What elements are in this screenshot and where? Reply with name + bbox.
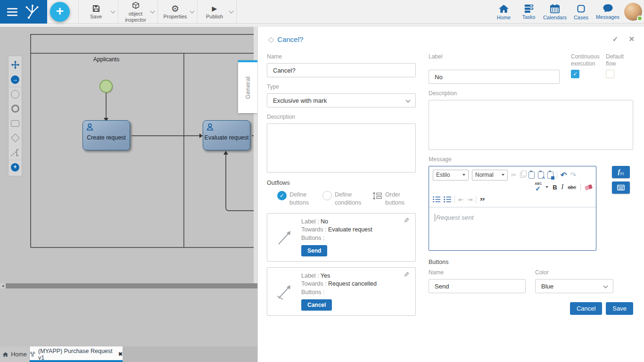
sequence-flows	[106, 93, 257, 211]
properties-dropdown-chevron-icon[interactable]	[190, 8, 194, 13]
tool-add[interactable]: +	[8, 160, 22, 174]
task-evaluate-request[interactable]: Evaluate request	[203, 120, 250, 150]
toolbar-divider	[557, 171, 557, 179]
nav-tasks-label: Tasks	[522, 14, 535, 20]
radio-checked-icon: ✓	[277, 191, 287, 200]
properties-button[interactable]: ⚙ Properties	[162, 4, 189, 20]
redo-icon[interactable]: ↷	[570, 171, 576, 180]
remove-format-eraser-icon[interactable]	[585, 184, 593, 190]
nav-cases-label: Cases	[574, 15, 588, 20]
radio-define-conditions[interactable]: Define conditions	[322, 191, 372, 207]
spellcheck-chevron-icon[interactable]	[545, 186, 548, 188]
flow-description-label: Description	[429, 90, 633, 97]
flow-label-input[interactable]	[429, 70, 560, 84]
properties-label: Properties	[163, 14, 187, 20]
hamburger-menu-icon[interactable]	[7, 8, 17, 16]
cancel-button[interactable]: Cancel	[570, 302, 602, 315]
confirm-icon[interactable]: ✓	[612, 35, 619, 43]
message-richtext-editor[interactable]: Estilo Normal ✂ A	[429, 166, 596, 251]
button-config-row: Name Color Blue	[429, 269, 633, 293]
spellcheck-icon[interactable]: ABC ✓	[535, 183, 543, 191]
formula-button[interactable]: f (x)	[612, 166, 630, 178]
outdent-icon[interactable]: ⇤	[458, 196, 464, 203]
horizontal-scrollbar[interactable]: ◂	[0, 283, 257, 288]
edit-pencil-icon[interactable]: ✎	[404, 216, 410, 225]
color-select[interactable]: Blue	[535, 279, 613, 293]
nav-tasks[interactable]: Tasks	[516, 0, 541, 23]
task-create-request[interactable]: Create request	[83, 120, 130, 150]
tool-annotation-connector[interactable]	[8, 145, 22, 160]
close-panel-icon[interactable]: ✕	[628, 35, 635, 43]
tool-task[interactable]	[8, 116, 22, 131]
panel-header: ◇ Cancel? ✓ ✕	[268, 32, 635, 47]
tab-purchase-request[interactable]: (MYAPP) Purchase Request v1 ✖	[30, 346, 123, 362]
general-side-tab[interactable]: General	[238, 60, 257, 113]
save-button[interactable]: Save	[606, 302, 633, 315]
cube-icon	[132, 1, 140, 10]
paste-icon[interactable]	[528, 172, 535, 179]
name-input[interactable]	[267, 63, 416, 77]
form-grid-icon	[617, 185, 625, 190]
button-name-label: Name	[429, 269, 526, 276]
tool-move[interactable]	[8, 58, 22, 72]
edit-pencil-icon[interactable]: ✎	[404, 271, 410, 279]
cut-icon[interactable]: ✂	[511, 171, 517, 179]
app-logo-bird-foot-icon[interactable]	[24, 3, 41, 20]
send-button-chip[interactable]: Send	[301, 245, 327, 257]
object-inspector-group: object inspector	[118, 0, 157, 24]
scroll-left-arrow-icon[interactable]: ◂	[0, 283, 6, 288]
tool-end-event[interactable]	[8, 101, 22, 116]
tool-start-event[interactable]	[8, 87, 22, 101]
format-dropdown[interactable]: Normal	[472, 170, 508, 181]
start-event[interactable]	[100, 80, 112, 92]
outflow-card-no[interactable]: Label : No Towards : Evaluate request Bu…	[267, 213, 416, 262]
bold-icon[interactable]: B	[553, 184, 557, 191]
blockquote-icon[interactable]: ”	[479, 195, 485, 204]
italic-icon[interactable]: I	[561, 183, 564, 191]
object-inspector-button[interactable]: object inspector	[122, 1, 149, 23]
strikethrough-icon[interactable]: abc	[568, 184, 576, 190]
publish-button[interactable]: ▶ Publish	[201, 4, 228, 20]
numbered-list-icon[interactable]	[433, 196, 440, 203]
nav-messages[interactable]: Messages	[594, 0, 622, 23]
horizontal-scrollbar-thumb[interactable]	[6, 283, 257, 288]
tool-sequence-flow[interactable]: →	[8, 72, 22, 87]
user-avatar[interactable]	[624, 3, 642, 21]
flow-description-textarea[interactable]	[429, 100, 633, 150]
type-select[interactable]: Exclusive with mark	[267, 93, 416, 107]
nav-calendars[interactable]: Calendars	[541, 0, 569, 23]
object-inspector-dropdown-chevron-icon[interactable]	[150, 8, 155, 13]
task-shape-icon	[11, 120, 19, 127]
style-dropdown[interactable]: Estilo	[433, 170, 469, 181]
radio-define-buttons[interactable]: ✓ Define buttons	[277, 191, 322, 207]
tab-home[interactable]: Home	[0, 346, 30, 362]
bulleted-list-icon[interactable]	[444, 196, 451, 203]
paste-as-text-icon[interactable]: A	[538, 172, 544, 179]
copy-icon[interactable]	[520, 172, 525, 178]
undo-icon[interactable]: ↶	[561, 171, 567, 180]
indent-icon[interactable]: ⇥	[467, 196, 473, 203]
save-dropdown-chevron-icon[interactable]	[110, 8, 115, 13]
save-button[interactable]: Save	[83, 4, 110, 20]
message-editor-content[interactable]: Request sent	[429, 207, 596, 228]
save-group: Save	[78, 0, 118, 24]
description-textarea[interactable]	[267, 123, 416, 173]
add-button[interactable]: +	[50, 2, 70, 22]
paste-from-word-icon[interactable]	[547, 172, 553, 179]
flow-arrow-icon: →	[11, 75, 19, 84]
outflow-card-yes[interactable]: Label : Yes Towards : Request cancelled …	[267, 267, 416, 316]
tool-gateway[interactable]	[8, 131, 22, 145]
nav-home[interactable]: Home	[491, 0, 516, 23]
button-name-input[interactable]	[429, 279, 526, 293]
nav-cases[interactable]: Cases	[569, 0, 594, 23]
template-button[interactable]	[612, 181, 630, 194]
default-flow-checkbox[interactable]	[606, 70, 614, 78]
cancel-button-chip[interactable]: Cancel	[301, 299, 332, 311]
continuous-execution-checkbox[interactable]: ✓	[571, 70, 579, 78]
tab-close-icon[interactable]: ✖	[118, 351, 123, 357]
publish-dropdown-chevron-icon[interactable]	[229, 8, 234, 13]
bpmn-canvas[interactable]: Applicants Create request Evaluate reque…	[0, 27, 257, 362]
active-tab-underline	[30, 360, 123, 362]
order-buttons-action[interactable]: Order buttons	[372, 191, 414, 207]
towards-key: Towards :	[301, 280, 327, 287]
